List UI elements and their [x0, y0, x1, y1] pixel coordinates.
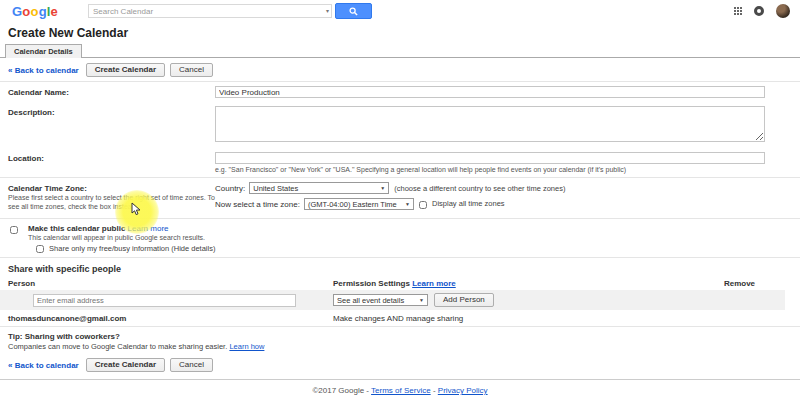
cancel-button[interactable]: Cancel [170, 63, 213, 77]
time-zone-label: Calendar Time Zone: [8, 184, 87, 193]
add-person-button[interactable]: Add Person [434, 293, 494, 307]
time-zone-help: Please first select a country to select … [8, 194, 215, 212]
calendar-name-label: Calendar Name: [8, 88, 69, 97]
create-calendar-button-bottom[interactable]: Create Calendar [86, 358, 165, 372]
timezone-select-value: (GMT-04:00) Eastern Time [308, 200, 397, 209]
calendar-name-row: Calendar Name: [0, 82, 800, 102]
dropdown-arrow-icon: ▼ [405, 201, 410, 207]
country-note: (choose a different country to see other… [394, 184, 565, 193]
share-heading: Share with specific people [0, 257, 800, 277]
country-select-value: United States [253, 184, 298, 193]
remove-column-header: Remove [697, 279, 782, 288]
toolbar-top: « Back to calendar Create Calendar Cance… [0, 58, 800, 82]
app-header: Google ▾ [0, 0, 800, 22]
header-actions [734, 4, 790, 18]
person-email: thomasduncanone@gmail.com [0, 314, 333, 323]
logo-letter: o [30, 4, 38, 19]
location-input[interactable] [215, 152, 765, 164]
notifications-icon[interactable] [754, 6, 764, 16]
back-to-calendar-link[interactable]: « Back to calendar [8, 66, 79, 75]
tip-learn-how-link[interactable]: Learn how [229, 342, 264, 351]
make-public-section: Make this calendar public Learn more Thi… [0, 218, 800, 257]
timezone-select[interactable]: (GMT-04:00) Eastern Time ▼ [304, 198, 414, 210]
add-person-row: See all event details ▼ Add Person [0, 290, 785, 310]
logo-letter: e [51, 4, 58, 19]
country-select[interactable]: United States ▼ [249, 182, 389, 194]
freebusy-label: Share only my free/busy information (Hid… [49, 244, 215, 253]
tip-text: Companies can move to Google Calendar to… [8, 342, 227, 351]
permission-learn-more-link[interactable]: Learn more [412, 279, 456, 288]
make-public-checkbox[interactable] [10, 226, 18, 234]
calendar-name-input[interactable] [215, 86, 765, 98]
apps-grid-icon[interactable] [734, 7, 742, 15]
dropdown-arrow-icon: ▼ [380, 185, 385, 191]
search-options-caret-icon[interactable]: ▾ [326, 7, 329, 14]
person-column-header: Person [0, 279, 333, 288]
create-new-calendar-page: Google ▾ Create New Calendar Calendar [0, 0, 800, 400]
make-public-label: Make this calendar public [28, 224, 125, 233]
display-all-timezones-checkbox[interactable] [419, 201, 427, 209]
country-label: Country: [215, 184, 245, 193]
permission-column-header: Permission Settings [333, 279, 410, 288]
search-input[interactable] [88, 4, 332, 18]
person-permission: Make changes AND manage sharing [333, 314, 697, 323]
share-table-header: Person Permission Settings Learn more Re… [0, 277, 800, 290]
logo-letter: G [12, 4, 22, 19]
search-button[interactable] [335, 3, 372, 19]
logo-letter: g [39, 4, 47, 19]
share-person-row: thomasduncanone@gmail.com Make changes A… [0, 310, 800, 326]
search-icon [349, 7, 358, 16]
display-all-timezones-label: Display all time zones [432, 199, 505, 208]
privacy-link[interactable]: Privacy Policy [438, 386, 488, 395]
footer: ©2017 Google - Terms of Service - Privac… [0, 380, 800, 400]
tab-bar: Calendar Details [0, 43, 800, 58]
tip-section: Tip: Sharing with coworkers? Companies c… [0, 326, 800, 353]
google-logo[interactable]: Google [12, 4, 58, 19]
permission-select[interactable]: See all event details ▼ [333, 294, 428, 306]
timezone-select-label: Now select a time zone: [215, 200, 300, 209]
email-input[interactable] [33, 294, 296, 307]
terms-link[interactable]: Terms of Service [371, 386, 431, 395]
time-zone-row: Calendar Time Zone: Please first select … [0, 177, 800, 218]
copyright: ©2017 Google - [312, 386, 369, 395]
description-row: Description: [0, 102, 800, 148]
freebusy-checkbox[interactable] [36, 245, 44, 253]
description-textarea[interactable] [215, 106, 765, 142]
location-label: Location: [8, 154, 44, 163]
description-label: Description: [8, 108, 55, 117]
avatar[interactable] [776, 4, 790, 18]
permission-select-value: See all event details [337, 296, 404, 305]
toolbar-bottom: « Back to calendar Create Calendar Cance… [0, 353, 800, 376]
back-to-calendar-link-bottom[interactable]: « Back to calendar [8, 361, 79, 370]
search-bar: ▾ [88, 3, 372, 19]
cancel-button-bottom[interactable]: Cancel [170, 358, 213, 372]
create-calendar-button[interactable]: Create Calendar [86, 63, 165, 77]
page-title: Create New Calendar [0, 22, 800, 43]
location-row: Location: e.g. "San Francisco" or "New Y… [0, 148, 800, 177]
dropdown-arrow-icon: ▼ [419, 297, 424, 303]
tip-title: Tip: Sharing with coworkers? [8, 332, 120, 341]
location-hint: e.g. "San Francisco" or "New York" or "U… [215, 166, 765, 173]
make-public-help: This calendar will appear in public Goog… [28, 234, 215, 241]
public-learn-more-link[interactable]: Learn more [128, 224, 169, 233]
tab-calendar-details[interactable]: Calendar Details [5, 44, 82, 58]
